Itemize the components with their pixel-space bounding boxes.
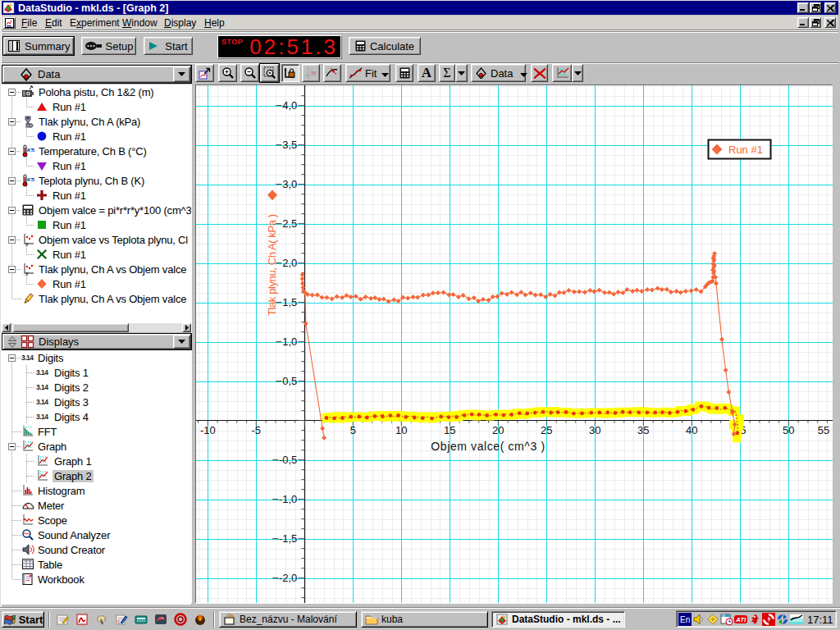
svg-text:3.14: 3.14 [21,354,34,362]
svg-text:ATI: ATI [735,616,746,623]
svg-text:5: 5 [350,424,356,436]
svg-text:38: 38 [722,614,725,618]
svg-text:30: 30 [589,424,600,436]
svg-text:Run #1: Run #1 [728,144,763,156]
svg-text:4,0: 4,0 [282,99,297,112]
svg-text:0,5: 0,5 [282,375,297,387]
svg-text:-10: -10 [200,424,216,436]
svg-text:3.14: 3.14 [36,368,48,377]
svg-text:35: 35 [637,424,649,436]
svg-text:-2,0: -2,0 [279,572,297,584]
svg-text:3,0: 3,0 [282,178,297,190]
svg-text:25: 25 [541,424,552,436]
svg-text:3.14: 3.14 [36,383,48,391]
svg-text:40: 40 [686,424,697,436]
svg-text:Tlak plynu, Ch A( kPa ): Tlak plynu, Ch A( kPa ) [266,214,278,316]
svg-text:Objem valce( cm^3 ): Objem valce( cm^3 ) [431,440,545,453]
svg-text:50: 50 [783,424,794,436]
svg-text:1,0: 1,0 [282,336,297,348]
svg-text:En: En [680,615,690,624]
svg-text:KTD: KTD [27,148,34,153]
svg-text:20: 20 [492,424,504,436]
svg-text:3.14: 3.14 [36,413,48,421]
svg-text:KTD: KTD [27,177,34,182]
svg-text:3,5: 3,5 [282,139,297,151]
svg-text:3.14: 3.14 [36,398,48,406]
svg-text:1,5: 1,5 [282,296,297,308]
svg-text:15: 15 [444,424,455,436]
svg-text:2,5: 2,5 [282,217,297,230]
svg-text:-0,5: -0,5 [279,454,297,466]
svg-text:-1,0: -1,0 [279,493,297,505]
svg-text:-5: -5 [252,424,262,436]
svg-text:-1,5: -1,5 [279,532,297,545]
svg-text:10: 10 [395,424,407,436]
svg-text:xy: xy [311,70,317,75]
svg-text:55: 55 [818,424,829,436]
svg-text:2,0: 2,0 [282,257,297,269]
